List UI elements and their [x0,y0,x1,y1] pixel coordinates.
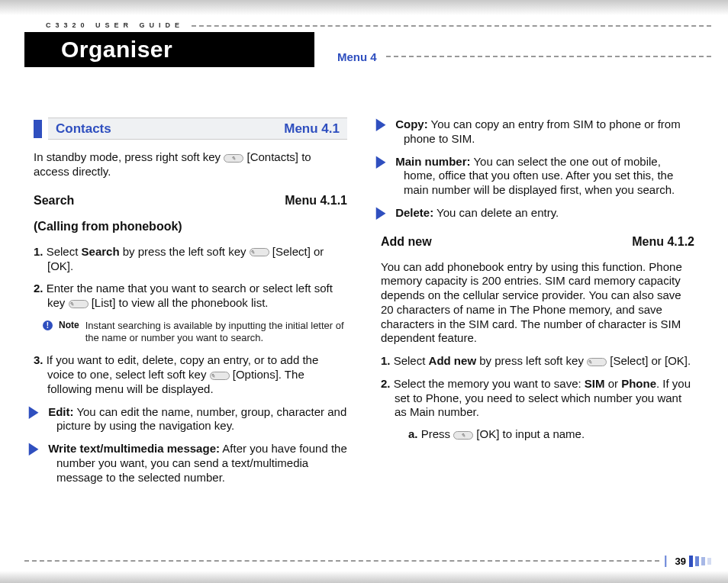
note-row: ! Note Instant searching is available by… [34,320,347,345]
bottom-gradient [0,571,728,583]
addnew-steps: 1. Select Add new by press left soft key… [381,354,694,442]
option-item: ▶ Delete: You can delete an entry. [381,206,694,221]
menu-label: Menu 4 [337,50,377,63]
content-columns: Contacts Menu 4.1 In standby mode, press… [34,118,694,537]
title-bar: Organiser [24,32,314,67]
softkey-icon: ✎ [224,154,243,163]
option-item: ▶ Main number: You can select the one ou… [381,155,694,198]
product-label: C3320 USER GUIDE [46,21,184,29]
list-item: 1. Select Search by press the left soft … [34,245,347,274]
sub-menu: Menu 4.1.1 [285,193,347,208]
list-item: 3. If you want to edit, delete, copy an … [34,353,347,396]
right-column: ▶ Copy: You can copy an entry from SIM t… [381,118,694,537]
softkey-icon: ✎ [69,300,89,308]
subsection-header-addnew: Add new Menu 4.1.2 [381,234,694,250]
softkey-icon: ✎ [250,248,269,256]
list-item: 1. Select Add new by press left soft key… [381,354,694,369]
softkey-icon: ✎ [210,372,230,380]
search-steps-cont: 3. If you want to edit, delete, copy an … [34,353,347,396]
note-label: Note [59,320,79,345]
section-header: Contacts Menu 4.1 [34,118,347,140]
list-item: 2. Select the memory you want to save: S… [381,377,694,442]
option-item: ▶ Edit: You can edit the name, number, g… [34,405,347,434]
footer-rule [24,560,659,562]
list-item: 2. Enter the name that you want to searc… [34,282,347,311]
header-row: C3320 USER GUIDE [24,21,711,29]
softkey-icon: ✎ [453,431,473,440]
softkey-icon: ✎ [587,358,607,366]
option-item: ▶ Write text/multimedia message: After y… [34,442,347,485]
search-steps: 1. Select Search by press the left soft … [34,245,347,311]
sub-subtitle: (Calling from phonebook) [34,219,347,234]
footer: | 39 [24,554,711,568]
top-gradient [0,0,728,15]
section-menu: Menu 4.1 [284,121,340,137]
title-bar-wrap: Organiser Menu 4 [24,32,711,67]
option-item: ▶ Copy: You can copy an entry from SIM t… [381,118,694,147]
section-name: Contacts [56,121,111,137]
note-text: Instant searching is available by inputt… [85,320,347,345]
subsection-header-search: Search Menu 4.1.1 [34,193,347,208]
footer-separator: | [664,554,667,568]
header-rule [192,25,711,27]
section-title-bar: Contacts Menu 4.1 [48,118,347,140]
info-icon: ! [43,320,53,330]
title-rule [386,56,711,57]
sub-step: a. Press ✎ [OK] to input a name. [395,427,694,442]
section-marker [34,120,42,138]
page-title: Organiser [61,37,172,63]
section-intro: In standby mode, press right soft key ✎ … [34,150,347,179]
addnew-intro: You can add phonebook entry by using thi… [381,260,694,346]
sub-title: Search [34,193,74,208]
left-column: Contacts Menu 4.1 In standby mode, press… [34,118,347,537]
sub-menu: Menu 4.1.2 [632,234,694,250]
sub-title: Add new [381,234,432,250]
footer-bars-icon [689,556,711,567]
page-number: 39 [675,556,686,567]
